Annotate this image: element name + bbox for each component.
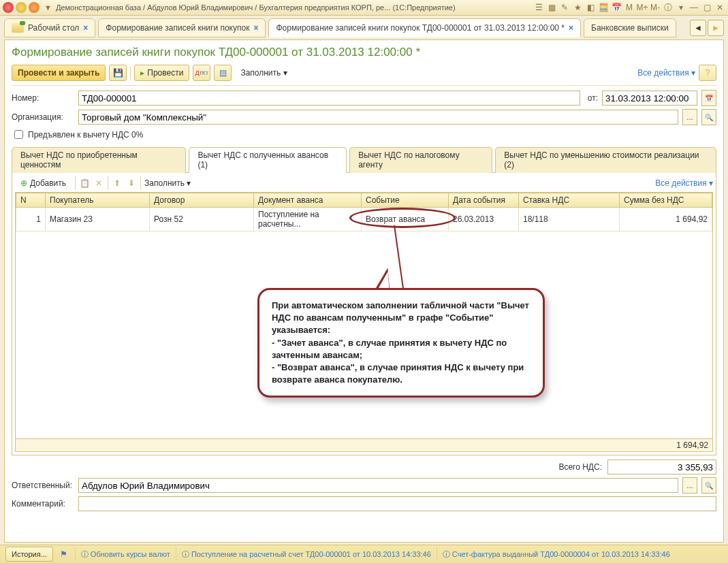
cell-contract[interactable]: Розн 52 bbox=[150, 208, 254, 231]
cell-sum[interactable]: 1 694,92 bbox=[620, 208, 712, 231]
delete-icon[interactable]: ✕ bbox=[93, 178, 104, 189]
open-icon: 🔍 bbox=[705, 114, 713, 121]
move-down-icon[interactable]: ⬇ bbox=[126, 178, 137, 189]
col-event-date[interactable]: Дата события bbox=[449, 193, 519, 208]
info-icon[interactable]: ⓘ bbox=[663, 2, 674, 13]
dt-kt-button[interactable]: ДтКт bbox=[193, 65, 210, 81]
col-n[interactable]: N bbox=[16, 193, 46, 208]
nav-prev-button[interactable]: ◄ bbox=[690, 20, 706, 36]
document-form: Формирование записей книги покупок ТД00-… bbox=[4, 39, 724, 543]
post-and-close-button[interactable]: Провести и закрыть bbox=[12, 65, 106, 81]
tab-desktop[interactable]: Рабочий стол × bbox=[4, 18, 95, 37]
callout-text: При автоматическом заполнении табличной … bbox=[272, 300, 531, 337]
select-button[interactable]: … bbox=[682, 477, 697, 494]
move-up-icon[interactable]: ⬆ bbox=[112, 178, 123, 189]
close-icon[interactable]: × bbox=[569, 23, 573, 33]
button-label: Заполнить bbox=[240, 68, 281, 78]
col-sum[interactable]: Сумма без НДС bbox=[620, 193, 712, 208]
logo-icon bbox=[3, 2, 14, 13]
close-icon[interactable]: × bbox=[253, 23, 258, 33]
cell-buyer[interactable]: Магазин 23 bbox=[46, 208, 150, 231]
tab-advance-vat[interactable]: Вычет НДС с полученных авансов (1) bbox=[189, 147, 347, 173]
post-button[interactable]: ▸ Провести bbox=[134, 65, 189, 81]
cell-n[interactable]: 1 bbox=[16, 208, 46, 231]
doc-icon: ▤ bbox=[219, 68, 227, 78]
notify-icon[interactable]: ⚑ bbox=[59, 549, 69, 560]
toolbar-icon[interactable]: ◧ bbox=[585, 2, 596, 13]
col-doc[interactable]: Документ аванса bbox=[254, 193, 362, 208]
traffic-icon[interactable] bbox=[29, 2, 39, 13]
add-row-button[interactable]: ⊕ Добавить bbox=[15, 176, 72, 191]
tab-agent-vat[interactable]: Вычет НДС по налоговому агенту bbox=[349, 147, 492, 173]
m-icon[interactable]: M bbox=[624, 2, 635, 13]
favorite-icon[interactable]: ★ bbox=[572, 2, 583, 13]
table-row[interactable]: 1 Магазин 23 Розн 52 Поступление на расч… bbox=[16, 208, 712, 231]
col-buyer[interactable]: Покупатель bbox=[46, 193, 150, 208]
tab-doc-current[interactable]: Формирование записей книги покупок ТД00-… bbox=[268, 18, 581, 37]
close-icon[interactable]: × bbox=[83, 23, 88, 33]
nav-next-button[interactable]: ► bbox=[708, 20, 724, 36]
status-link-invoice[interactable]: ⓘ Счет-фактура выданный ТД00-0000004 от … bbox=[443, 549, 670, 560]
annotation-line bbox=[394, 225, 405, 293]
ellipsis-icon: … bbox=[686, 482, 693, 489]
col-contract[interactable]: Договор bbox=[150, 193, 254, 208]
separator bbox=[437, 547, 437, 561]
status-link-receipt[interactable]: ⓘ Поступление на расчетный счет ТД00-000… bbox=[182, 549, 431, 560]
select-button[interactable]: … bbox=[682, 109, 697, 125]
col-event[interactable]: Событие bbox=[362, 193, 449, 208]
help-button[interactable]: ? bbox=[699, 65, 716, 81]
cell-rate[interactable]: 18/118 bbox=[519, 208, 620, 231]
table-all-actions-link[interactable]: Все действия ▾ bbox=[655, 178, 713, 188]
minimize-icon[interactable]: — bbox=[689, 2, 699, 13]
calendar-icon[interactable]: 📅 bbox=[611, 2, 622, 13]
tab-bank[interactable]: Банковские выписки bbox=[584, 18, 676, 37]
open-button[interactable]: 🔍 bbox=[701, 109, 716, 125]
cell-doc[interactable]: Поступление на расчетны... bbox=[254, 208, 362, 231]
history-button[interactable]: История... bbox=[5, 547, 53, 562]
tab-decrease-vat[interactable]: Вычет НДС по уменьшению стоимости реализ… bbox=[495, 147, 716, 173]
vat-zero-checkbox[interactable] bbox=[14, 130, 23, 139]
button-label: Добавить bbox=[30, 178, 66, 188]
m-minus-icon[interactable]: M- bbox=[650, 2, 661, 13]
save-button[interactable]: 💾 bbox=[109, 65, 127, 81]
cell-event-date[interactable]: 26.03.2013 bbox=[449, 208, 519, 231]
separator bbox=[176, 547, 176, 561]
tab-doc1[interactable]: Формирование записей книги покупок × bbox=[98, 18, 266, 37]
toolbar-icon[interactable]: ✎ bbox=[559, 2, 570, 13]
toolbar-icon[interactable]: ☰ bbox=[533, 2, 544, 13]
fill-button[interactable]: Заполнить ▾ bbox=[235, 65, 293, 80]
annotation-callout: При автоматическом заполнении табличной … bbox=[257, 288, 545, 398]
date-input[interactable] bbox=[602, 91, 697, 106]
col-rate[interactable]: Ставка НДС bbox=[519, 193, 620, 208]
responsible-input[interactable] bbox=[78, 478, 678, 493]
toolbar-icon[interactable]: ▦ bbox=[546, 2, 557, 13]
ellipsis-icon: … bbox=[686, 114, 693, 121]
number-input[interactable] bbox=[78, 91, 580, 106]
cell-event[interactable]: Возврат аванса bbox=[362, 208, 449, 231]
traffic-icon[interactable] bbox=[16, 2, 27, 13]
save-icon: 💾 bbox=[113, 68, 123, 78]
fill-table-button[interactable]: Заполнить ▾ bbox=[144, 178, 191, 188]
comment-input[interactable] bbox=[78, 496, 716, 511]
report-button[interactable]: ▤ bbox=[214, 65, 232, 81]
table-header: N Покупатель Договор Документ аванса Соб… bbox=[16, 193, 712, 208]
all-actions-link[interactable]: Все действия ▾ bbox=[637, 68, 695, 78]
maximize-icon[interactable]: ▢ bbox=[701, 2, 712, 13]
calendar-button[interactable]: 📅 bbox=[701, 90, 716, 106]
separator bbox=[75, 176, 76, 190]
tab-purchased-vat[interactable]: Вычет НДС по приобретенным ценностям bbox=[12, 147, 186, 173]
org-input[interactable] bbox=[78, 110, 678, 125]
status-link-rates[interactable]: ⓘ Обновить курсы валют bbox=[81, 549, 170, 560]
desktop-icon bbox=[12, 23, 24, 33]
m-plus-icon[interactable]: M+ bbox=[637, 2, 648, 13]
column-total: 1 694,92 bbox=[676, 440, 708, 450]
open-button[interactable]: 🔍 bbox=[701, 477, 716, 494]
total-value bbox=[607, 460, 716, 474]
close-icon[interactable]: ✕ bbox=[714, 2, 725, 13]
dropdown-arrow-icon[interactable]: ▾ bbox=[676, 2, 686, 13]
dropdown-arrow-icon[interactable]: ▼ bbox=[44, 3, 52, 12]
calculator-icon[interactable]: 🧮 bbox=[598, 2, 609, 13]
calendar-icon: 📅 bbox=[705, 95, 713, 102]
copy-icon[interactable]: 📋 bbox=[79, 178, 90, 189]
comment-label: Комментарий: bbox=[12, 499, 74, 509]
